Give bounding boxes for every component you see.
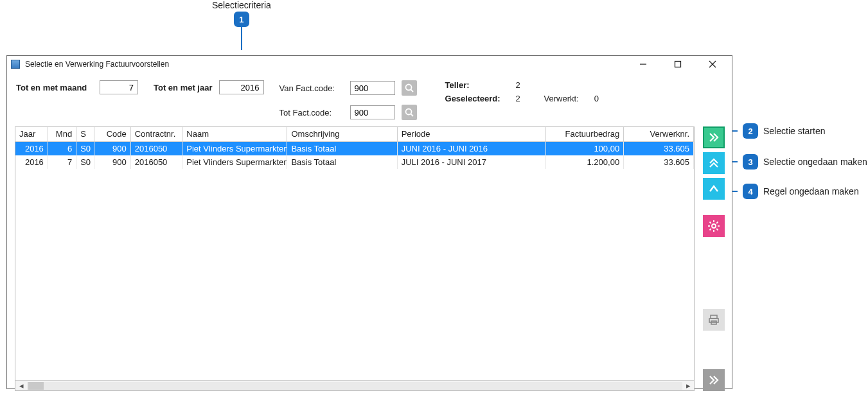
svg-point-8 [712,224,716,228]
callout-regel-ongedaan: 4 Regel ongedaan maken [720,184,859,199]
table-cell: JULI 2016 - JUNI 2017 [397,155,546,169]
from-code-input[interactable] [350,81,395,95]
month-input[interactable] [100,80,138,94]
selectie-starten-button[interactable] [703,126,725,148]
stats-panel: Teller: 2 Geselecteerd: 2 Verwerkt: 0 [445,80,607,103]
close-icon [709,60,716,68]
table-cell: 2016050 [130,155,182,169]
svg-line-13 [710,222,711,223]
print-button[interactable] [703,309,725,331]
minimize-button[interactable] [632,58,655,71]
table-cell: Basis Totaal [287,141,397,155]
table-cell: Piet Vlinders Supermarkten B [182,141,287,155]
criteria-to-code: Tot Fact.code: [279,105,417,120]
svg-line-15 [716,222,718,223]
col-code[interactable]: Code [94,127,130,141]
selectie-ongedaan-button[interactable] [703,152,725,174]
col-verwerknr[interactable]: Verwerknr. [624,127,694,141]
geselecteerd-label: Geselecteerd: [445,94,500,103]
year-input[interactable] [219,80,264,94]
scroll-thumb[interactable] [28,382,44,390]
table-cell: S0 [76,141,94,155]
table-cell: 2016 [15,155,48,169]
col-omschrijving[interactable]: Omschrijving [287,127,397,141]
data-table[interactable]: Jaar Mnd S Code Contractnr. Naam Omschri… [15,127,694,169]
gear-icon [707,220,720,232]
chevron-up-icon [707,182,720,195]
maximize-icon [674,60,682,68]
table-cell: 6 [48,141,76,155]
next-button[interactable] [703,369,725,391]
teller-value: 2 [516,80,529,90]
table-cell: 2016050 [130,141,182,155]
svg-line-16 [710,229,711,230]
table-cell: 2016 [15,141,48,155]
table-row[interactable]: 20167S09002016050Piet Vlinders Supermark… [15,155,694,169]
table-cell: 33.605 [624,155,694,169]
callout-selectie-ongedaan: 3 Selectie ongedaan maken [720,154,867,170]
scroll-right-icon[interactable]: ▸ [684,381,693,390]
table-row[interactable]: 20166S09002016050Piet Vlinders Supermark… [15,141,694,155]
criteria-month: Tot en met maand [16,80,138,94]
callout-label: Regel ongedaan maken [763,186,859,196]
to-code-label: Tot Fact.code: [279,108,344,117]
table-cell: Piet Vlinders Supermarkten B [182,155,287,169]
callout-connector [241,27,242,50]
settings-button[interactable] [703,215,725,237]
callout-badge-3: 3 [743,154,758,170]
callout-label: Selectiecriteria [212,0,271,10]
criteria-panel: Tot en met maand Tot en met jaar Van Fac… [7,73,732,126]
print-icon [707,313,720,326]
to-code-input[interactable] [350,105,395,119]
to-code-search-button[interactable] [402,105,417,120]
col-factuurbedrag[interactable]: Factuurbedrag [546,127,624,141]
horizontal-scrollbar[interactable]: ◂ ▸ [15,380,694,390]
svg-point-6 [405,109,411,115]
close-button[interactable] [701,58,724,71]
table-cell: 7 [48,155,76,169]
callout-badge-1: 1 [234,12,249,27]
minimize-icon [639,60,647,68]
col-naam[interactable]: Naam [182,127,287,141]
table-cell: 1.200,00 [546,155,624,169]
table-cell: JUNI 2016 - JUNI 2016 [397,141,546,155]
criteria-year: Tot en met jaar [154,80,264,94]
app-icon [11,60,20,69]
geselecteerd-value: 2 [516,94,529,103]
svg-point-4 [405,85,411,91]
callout-badge-2: 2 [743,123,758,139]
grid-area: Jaar Mnd S Code Contractnr. Naam Omschri… [7,126,732,394]
search-icon [404,107,414,117]
regel-ongedaan-button[interactable] [703,178,725,200]
col-jaar[interactable]: Jaar [15,127,48,141]
action-buttons [698,126,729,391]
col-s[interactable]: S [76,127,94,141]
from-code-search-button[interactable] [402,80,417,96]
table-cell: 100,00 [546,141,624,155]
table-cell: 900 [94,155,130,169]
criteria-from-code: Van Fact.code: [279,80,417,96]
double-chevron-right-icon [707,131,720,144]
month-label: Tot en met maand [16,83,93,92]
svg-rect-18 [709,318,718,322]
scroll-left-icon[interactable]: ◂ [17,381,26,390]
col-mnd[interactable]: Mnd [48,127,76,141]
app-window: Selectie en Verwerking Factuurvoorstelle… [6,55,732,389]
col-contractnr[interactable]: Contractnr. [130,127,182,141]
from-code-label: Van Fact.code: [279,83,344,93]
table-cell: 900 [94,141,130,155]
callout-label: Selectie starten [763,126,826,136]
window-controls [632,58,728,71]
callout-selectie-starten: 2 Selectie starten [720,123,826,139]
col-periode[interactable]: Periode [397,127,546,141]
teller-label: Teller: [445,80,500,90]
callout-label: Selectie ongedaan maken [763,157,867,167]
year-label: Tot en met jaar [154,83,213,92]
verwerkt-label: Verwerkt: [544,94,579,103]
data-table-container: Jaar Mnd S Code Contractnr. Naam Omschri… [15,126,695,391]
maximize-button[interactable] [666,58,689,71]
criteria-codes: Van Fact.code: Tot Fact.code: [279,80,417,120]
callout-badge-4: 4 [743,184,758,199]
scroll-track[interactable] [27,382,682,390]
svg-rect-1 [675,62,681,67]
